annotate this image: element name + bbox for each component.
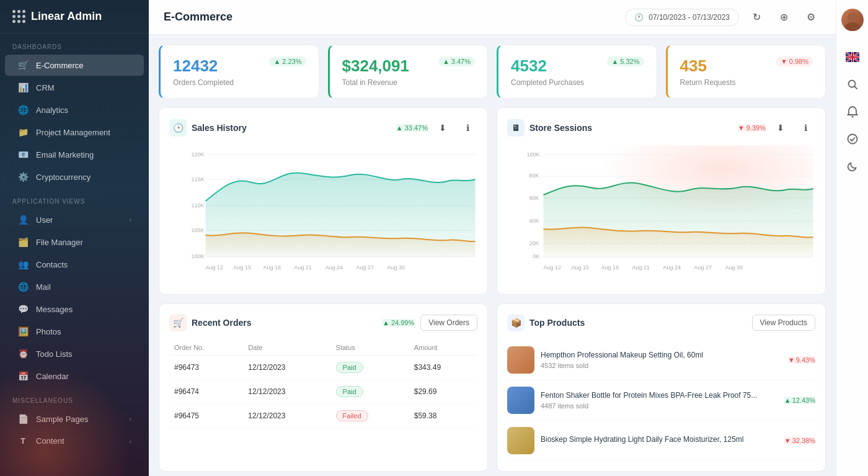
svg-text:Aug 15: Aug 15	[234, 264, 252, 271]
sidebar-item-label: Calendar	[36, 372, 69, 381]
svg-text:40K: 40K	[529, 218, 539, 224]
messages-icon: 💬	[17, 304, 29, 314]
sidebar-item-label: Messages	[36, 305, 73, 314]
sidebar-item-crm[interactable]: 📊 CRM	[5, 77, 144, 98]
date-range-picker[interactable]: 🕐 07/10/2023 - 07/13/2023	[625, 9, 739, 26]
sidebar-item-label: Cryptocurrency	[36, 173, 91, 182]
sidebar-item-content[interactable]: T Content ›	[5, 431, 144, 451]
product-info: Hempthon Professional Makeup Setting Oil…	[541, 351, 782, 369]
sidebar-item-photos[interactable]: 🖼️ Photos	[5, 321, 144, 342]
view-orders-button[interactable]: View Orders	[420, 315, 477, 331]
search-icon[interactable]	[841, 73, 864, 96]
top-products-title: 📦 Top Products	[507, 314, 585, 331]
download-button[interactable]: ⬇	[433, 118, 453, 138]
sidebar-item-sample[interactable]: 📄 Sample Pages ›	[5, 408, 144, 429]
product-badge: ▲ 12.43%	[784, 397, 815, 404]
store-sessions-badge: ▼ 9.39%	[738, 124, 766, 132]
svg-text:Aug 21: Aug 21	[632, 264, 650, 271]
misc-label: Miscellaneous	[0, 387, 149, 408]
bottom-row: 🛒 Recent Orders ▲ 24.99% View Orders Ord…	[159, 303, 826, 472]
svg-point-38	[845, 22, 860, 31]
right-sidebar	[836, 0, 868, 476]
photos-icon: 🖼️	[17, 326, 29, 336]
sales-history-card: 🕑 Sales History ▲ 33.47% ⬇ ℹ	[159, 107, 488, 295]
sidebar-item-project[interactable]: 📁 Project Management	[5, 122, 144, 143]
order-amount: $343.49	[409, 356, 477, 380]
orders-change-badge: ▲ 24.99%	[383, 319, 414, 326]
content-area: 12432 ▲ 2.23% Orders Completed $324,091 …	[149, 35, 836, 476]
refresh-button[interactable]: ↻	[746, 7, 766, 27]
order-status: Failed	[331, 404, 409, 428]
order-amount: $59.38	[409, 404, 477, 428]
stat-card-returns: 435 ▼ 0.98% Return Requests	[666, 45, 826, 99]
order-date: 12/12/2023	[243, 356, 330, 380]
store-sessions-actions: ▼ 9.39% ⬇ ℹ	[738, 118, 815, 138]
contacts-icon: 👥	[17, 259, 29, 269]
sidebar-item-analytics[interactable]: 🌐 Analytics	[5, 99, 144, 120]
col-date: Date	[243, 340, 330, 356]
charts-row: 🕑 Sales History ▲ 33.47% ⬇ ℹ	[159, 107, 826, 295]
sidebar-item-email[interactable]: 📧 Email Marketing	[5, 144, 144, 165]
download-button[interactable]: ⬇	[771, 118, 790, 138]
sidebar-item-user[interactable]: 👤 User ›	[5, 209, 144, 230]
svg-text:0K: 0K	[533, 253, 540, 259]
analytics-icon: 🌐	[17, 105, 29, 115]
add-button[interactable]: ⊕	[774, 7, 794, 27]
store-sessions-title: 🖥 Store Sessions	[507, 119, 592, 137]
view-products-button[interactable]: View Products	[752, 315, 815, 331]
purchases-badge: ▲ 5.32%	[607, 56, 644, 66]
logo-icon	[12, 10, 25, 23]
revenue-badge: ▲ 3.47%	[438, 56, 475, 66]
store-icon: 🖥	[507, 119, 525, 137]
sidebar-item-crypto[interactable]: ⚙️ Cryptocurrency	[5, 166, 144, 187]
sidebar-item-messages[interactable]: 💬 Messages	[5, 299, 144, 320]
sidebar-item-todo[interactable]: ⏰ Todo Lists	[5, 343, 144, 364]
svg-point-43	[848, 135, 857, 144]
list-item: Bioskep Simple Hydrating Light Daily Fac…	[507, 421, 815, 461]
recent-orders-title: 🛒 Recent Orders	[169, 314, 251, 331]
email-icon: 📧	[17, 150, 29, 159]
check-circle-icon[interactable]	[841, 128, 864, 150]
svg-text:Aug 24: Aug 24	[663, 264, 681, 271]
settings-button[interactable]: ⚙	[801, 7, 821, 27]
order-date: 12/12/2023	[243, 380, 330, 404]
stat-card-purchases: 4532 ▲ 5.32% Completed Purchases	[497, 45, 657, 99]
orders-table: Order No. Date Status Amount #96473 12/1…	[169, 340, 477, 428]
sidebar-item-ecommerce[interactable]: 🛒 E-Commerce	[5, 55, 144, 76]
sidebar-item-contacts[interactable]: 👥 Contacts	[5, 254, 144, 275]
crypto-icon: ⚙️	[17, 172, 29, 182]
svg-text:Aug 27: Aug 27	[356, 264, 374, 271]
sidebar-item-label: Photos	[36, 327, 61, 336]
orders-icon: 🛒	[169, 314, 187, 331]
sidebar-item-filemanager[interactable]: 🗂️ File Manager	[5, 231, 144, 253]
returns-number: 435	[680, 56, 707, 76]
svg-point-40	[848, 81, 855, 88]
info-button[interactable]: ℹ	[458, 118, 477, 138]
mail-icon: 🌐	[17, 282, 29, 292]
list-item: Fenton Shaker Bottle for Protein Mixes B…	[507, 380, 815, 421]
sidebar-item-calendar[interactable]: 📅 Calendar	[5, 366, 144, 387]
avatar[interactable]	[841, 9, 864, 31]
svg-text:Aug 30: Aug 30	[388, 264, 405, 271]
page-title: E-Commerce	[164, 11, 232, 24]
returns-label: Return Requests	[680, 78, 813, 87]
notification-icon[interactable]	[841, 101, 864, 123]
product-info: Fenton Shaker Bottle for Protein Mixes B…	[541, 391, 778, 410]
svg-line-41	[854, 87, 857, 89]
history-icon: 🕑	[169, 119, 187, 137]
sidebar-item-mail[interactable]: 🌐 Mail	[5, 276, 144, 297]
revenue-label: Total in Revenue	[342, 78, 476, 87]
chevron-right-icon: ›	[129, 438, 131, 445]
stat-card-revenue: $324,091 ▲ 3.47% Total in Revenue	[328, 45, 489, 99]
info-button[interactable]: ℹ	[795, 118, 815, 138]
sidebar-item-label: File Manager	[36, 238, 83, 247]
product-info: Bioskep Simple Hydrating Light Daily Fac…	[541, 435, 778, 446]
moon-icon[interactable]	[841, 155, 864, 177]
order-amount: $29.69	[409, 380, 477, 404]
sidebar-item-label: User	[36, 215, 53, 225]
svg-text:Aug 24: Aug 24	[326, 264, 343, 271]
order-status: Paid	[331, 356, 409, 380]
sales-history-title: 🕑 Sales History	[169, 119, 247, 137]
globe-flag-icon[interactable]	[841, 46, 864, 68]
returns-badge: ▼ 0.98%	[776, 56, 813, 66]
